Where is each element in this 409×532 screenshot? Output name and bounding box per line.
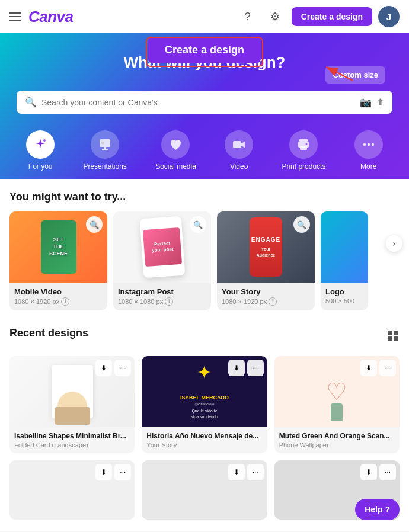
info-icon-2[interactable]: i: [165, 297, 173, 306]
design-5-actions: ⬇ ···: [228, 464, 264, 480]
design-3-type: Phone Wallpaper: [279, 441, 395, 448]
more-btn-3[interactable]: ···: [379, 360, 396, 376]
info-icon-3[interactable]: i: [269, 297, 277, 306]
design-1-type: Folded Card (Landscape): [14, 441, 130, 448]
help-button[interactable]: Help ?: [355, 499, 400, 520]
svg-rect-14: [388, 331, 392, 335]
story-dim: 1080 × 1920 px i: [222, 297, 310, 306]
design-2-actions: ⬇ ···: [228, 360, 264, 376]
download-btn-3[interactable]: ⬇: [360, 360, 377, 376]
try-card-logo[interactable]: Logo 500 × 500: [321, 211, 368, 310]
svg-point-13: [372, 143, 374, 146]
svg-point-5: [101, 142, 104, 145]
help-icon-button[interactable]: ?: [237, 6, 258, 27]
download-btn-6[interactable]: ⬇: [360, 464, 377, 480]
try-card-mobile-video[interactable]: SETTHESCENE 🔍 Mobile Video 1080 × 1920 p…: [9, 211, 107, 310]
download-btn-4[interactable]: ⬇: [95, 464, 112, 480]
category-tabs: For you Presentations Social media: [12, 126, 397, 179]
more-btn-5[interactable]: ···: [247, 464, 264, 480]
svg-rect-16: [388, 336, 392, 341]
search-overlay-2[interactable]: 🔍: [190, 216, 206, 233]
instagram-dim: 1080 × 1080 px i: [118, 297, 206, 306]
design-card-3[interactable]: ♡ ⬇ ··· Muted Green And Orange Scan... P…: [274, 356, 400, 453]
search-input[interactable]: [41, 98, 355, 107]
design-2-info: Historia Año Nuevo Mensaje de... Your St…: [142, 427, 267, 453]
tab-video[interactable]: Video: [218, 126, 260, 179]
design-5-thumbnail: ⬇ ···: [142, 460, 267, 520]
mobile-video-thumbnail: SETTHESCENE 🔍: [9, 211, 107, 283]
tab-social-media[interactable]: Social media: [148, 126, 203, 179]
tab-more[interactable]: More: [347, 126, 390, 179]
design-card-1[interactable]: ⬇ ··· Isabelline Shapes Minimalist Br...…: [9, 356, 135, 453]
tab-presentations[interactable]: Presentations: [76, 126, 133, 179]
instagram-name: Instagram Post: [118, 287, 206, 296]
tab-video-label: Video: [230, 162, 248, 171]
design-1-thumbnail: ⬇ ···: [9, 356, 135, 427]
design-3-thumbnail: ♡ ⬇ ···: [274, 356, 400, 427]
search-icons: 📷 ⬆: [360, 97, 384, 108]
svg-point-11: [363, 143, 366, 146]
download-btn-1[interactable]: ⬇: [95, 360, 112, 376]
try-card-story[interactable]: ENGAGE YourAudience 🔍 Your Story 1080 × …: [217, 211, 315, 310]
design-2-name: Historia Año Nuevo Mensaje de...: [146, 432, 262, 440]
design-3-info: Muted Green And Orange Scan... Phone Wal…: [274, 427, 400, 453]
design-1-name: Isabelline Shapes Minimalist Br...: [14, 432, 130, 440]
mobile-video-dim: 1080 × 1920 px i: [14, 297, 103, 306]
design-2-type: Your Story: [146, 441, 262, 448]
more-btn-6[interactable]: ···: [379, 464, 396, 480]
design-card-5[interactable]: ⬇ ···: [142, 460, 267, 520]
design-card-2[interactable]: ✦ ISABEL MERCADO @citlancrete Que le vid…: [142, 356, 267, 453]
svg-point-10: [306, 143, 308, 145]
more-btn-1[interactable]: ···: [114, 360, 131, 376]
download-btn-5[interactable]: ⬇: [228, 464, 245, 480]
more-btn-4[interactable]: ···: [114, 464, 131, 480]
tab-for-you[interactable]: For you: [19, 126, 62, 179]
design-3-actions: ⬇ ···: [360, 360, 396, 376]
logo-dim: 500 × 500: [325, 297, 363, 305]
for-you-icon-container: [26, 130, 55, 159]
presentations-icon-container: [91, 130, 119, 159]
upload-icon[interactable]: ⬆: [376, 97, 384, 108]
search-bar: 🔍 📷 ⬆: [17, 91, 392, 114]
design-4-thumbnail: ⬇ ···: [9, 460, 135, 520]
design-4-actions: ⬇ ···: [95, 464, 131, 480]
try-card-instagram[interactable]: Perfectyour post 🔍 Instagram Post 1080 ×…: [113, 211, 211, 310]
settings-icon-button[interactable]: ⚙: [264, 6, 286, 27]
grid-view-button[interactable]: [386, 329, 400, 345]
more-btn-2[interactable]: ···: [247, 360, 264, 376]
design-1-actions: ⬇ ···: [95, 360, 131, 376]
hamburger-menu-button[interactable]: [9, 12, 21, 21]
search-overlay-3[interactable]: 🔍: [293, 216, 310, 233]
recent-header: Recent designs: [9, 327, 400, 348]
svg-rect-7: [299, 139, 308, 142]
create-design-button[interactable]: Create a design: [292, 7, 372, 26]
popup-label: Create a design: [165, 44, 244, 56]
story-info: Your Story 1080 × 1920 px i: [217, 283, 315, 310]
tab-for-you-label: For you: [28, 162, 53, 171]
svg-point-12: [368, 143, 370, 146]
next-button[interactable]: ›: [386, 235, 402, 252]
red-arrow-icon: [320, 64, 356, 84]
header: Canva ? ⚙ Create a design J: [0, 0, 409, 33]
design-1-info: Isabelline Shapes Minimalist Br... Folde…: [9, 427, 135, 453]
info-icon-1[interactable]: i: [61, 297, 69, 306]
search-overlay-1[interactable]: 🔍: [86, 216, 103, 233]
design-card-4[interactable]: ⬇ ···: [9, 460, 135, 520]
svg-rect-17: [394, 336, 398, 341]
print-products-icon-container: [289, 130, 318, 159]
download-btn-2[interactable]: ⬇: [228, 360, 245, 376]
avatar[interactable]: J: [378, 6, 400, 27]
tab-print-products[interactable]: Print products: [274, 126, 333, 179]
mobile-video-name: Mobile Video: [14, 287, 103, 296]
story-thumbnail: ENGAGE YourAudience 🔍: [217, 211, 315, 283]
camera-icon[interactable]: 📷: [360, 97, 372, 108]
header-left: Canva: [9, 8, 74, 26]
instagram-info: Instagram Post 1080 × 1080 px i: [113, 283, 211, 310]
design-3-name: Muted Green And Orange Scan...: [279, 432, 395, 440]
video-icon-container: [225, 130, 253, 159]
logo-name: Logo: [325, 287, 363, 296]
svg-rect-4: [102, 149, 108, 150]
try-section-title: You might want to try...: [9, 191, 400, 203]
canva-logo: Canva: [28, 8, 74, 26]
tab-social-media-label: Social media: [155, 162, 196, 171]
